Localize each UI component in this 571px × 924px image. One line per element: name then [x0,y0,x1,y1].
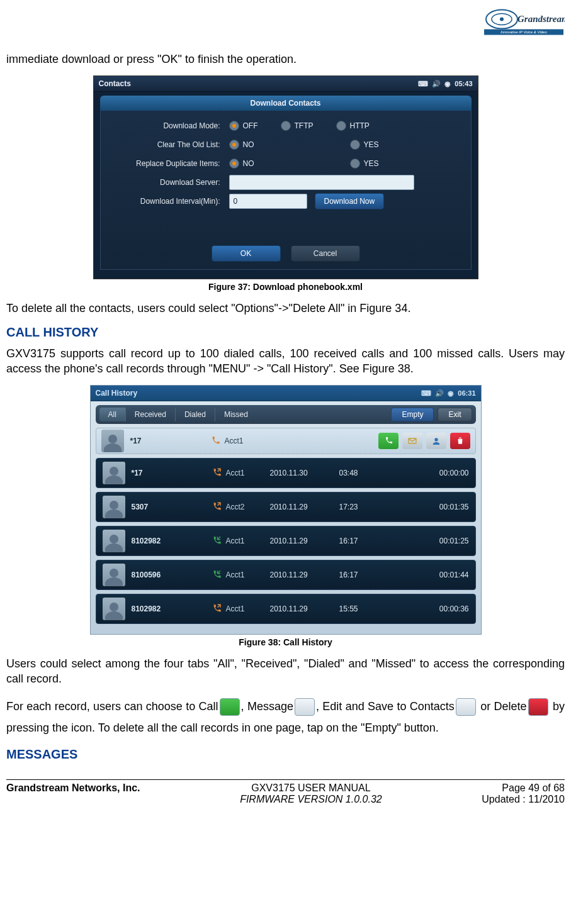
download-interval-input[interactable]: 0 [229,194,307,209]
call-number: 5307 [132,503,207,511]
svg-point-2 [500,18,504,21]
signal-icon: ◉ [444,80,451,88]
radio-replace-yes[interactable]: YES [350,159,379,169]
footer-page: Page 49 of 68 [482,782,565,794]
tabs-paragraph: Users could select among the four tabs "… [6,656,565,687]
message-icon [295,698,315,716]
call-account: Acct1 [225,437,269,445]
call-history-list: *17 Acct1 *17Acct12010.11.3003:4800:00:0… [96,428,476,624]
call-duration: 00:01:25 [419,537,469,545]
call-row[interactable]: 8100596Acct12010.11.2916:1700:01:44 [96,560,476,590]
fig37-clock: 05:43 [455,80,472,87]
call-date: 2010.11.30 [270,469,339,477]
fig38-clock: 06:31 [458,389,475,397]
save-contact-action-button[interactable] [426,433,446,449]
call-number: *17 [132,469,207,477]
radio-mode-http[interactable]: HTTP [336,121,370,131]
empty-button[interactable]: Empty [391,408,434,421]
outgoing-call-icon [207,467,226,479]
outgoing-call-icon [206,435,225,447]
avatar-icon [103,598,125,620]
tab-received[interactable]: Received [125,408,175,421]
outgoing-call-icon [207,603,226,615]
page-footer: Grandstream Networks, Inc. GXV3175 USER … [6,779,565,805]
tab-missed[interactable]: Missed [215,408,257,421]
call-account: Acct2 [226,503,270,511]
avatar-icon [103,462,125,484]
keyboard-icon: ⌨ [421,389,431,398]
call-row-expanded[interactable]: *17 Acct1 [96,428,476,454]
message-action-button[interactable] [402,433,422,449]
delete-icon [528,698,548,716]
figure38-screenshot: Call History ⌨ 🔊 ◉ 06:31 All Received Di… [90,385,482,635]
svg-point-5 [434,438,438,442]
call-time: 17:23 [339,503,371,511]
download-now-button[interactable]: Download Now [315,193,385,209]
fig38-window-title: Call History [96,389,138,398]
radio-clear-no[interactable]: NO [229,140,254,150]
figure38-caption: Figure 38: Call History [6,637,565,647]
call-account: Acct1 [226,571,270,579]
footer-updated: Updated : 11/2010 [482,794,565,805]
call-account: Acct1 [226,604,270,613]
avatar-icon [101,430,124,452]
label-replace-dup: Replace Duplicate Items: [101,159,229,168]
footer-company: Grandstream Networks, Inc. [6,782,140,794]
radio-clear-yes[interactable]: YES [350,140,379,150]
label-download-server: Download Server: [101,178,229,187]
call-date: 2010.11.29 [270,571,339,579]
intro-paragraph: immediate download or press "OK" to fini… [6,52,565,67]
call-time: 16:17 [339,571,371,579]
fig37-dialog-title: Download Contacts [100,96,472,111]
call-time: 15:55 [339,604,371,613]
figure37-screenshot: Contacts ⌨ 🔊 ◉ 05:43 Download Contacts D… [93,75,478,279]
radio-mode-off[interactable]: OFF [229,121,258,131]
heading-call-history: CALL HISTORY [6,325,565,340]
call-number: 8102982 [132,604,207,613]
call-action-button[interactable] [378,433,399,449]
call-row[interactable]: 5307Acct22010.11.2917:2300:01:35 [96,492,476,522]
call-date: 2010.11.29 [270,537,339,545]
label-download-mode: Download Mode: [101,121,229,130]
keyboard-icon: ⌨ [418,80,428,88]
speaker-icon: 🔊 [432,80,441,88]
footer-firmware: FIRMWARE VERSION 1.0.0.32 [240,794,382,805]
ok-button[interactable]: OK [212,245,281,262]
incoming-call-icon [207,569,226,581]
call-duration: 00:01:35 [419,503,469,511]
call-row[interactable]: 8102982Acct12010.11.2915:5500:00:36 [96,594,476,624]
call-row[interactable]: 8102982Acct12010.11.2916:1700:01:25 [96,526,476,556]
contact-icon [456,698,476,716]
incoming-call-icon [207,535,226,547]
delete-action-button[interactable] [450,433,470,449]
radio-mode-tftp[interactable]: TFTP [281,121,314,131]
avatar-icon [103,530,125,552]
call-time: 03:48 [339,469,371,477]
call-duration: 00:01:44 [419,571,469,579]
exit-button[interactable]: Exit [438,408,472,421]
avatar-icon [103,564,125,586]
call-date: 2010.11.29 [270,503,339,511]
brand-logo: Grandstream Innovative IP Voice & Video [6,5,565,49]
tab-dialed[interactable]: Dialed [175,408,215,421]
call-account: Acct1 [226,469,270,477]
call-row[interactable]: *17Acct12010.11.3003:4800:00:00 [96,458,476,488]
cancel-button[interactable]: Cancel [291,245,360,262]
call-duration: 00:00:00 [419,469,469,477]
download-server-input[interactable] [229,175,414,190]
speaker-icon: 🔊 [435,389,444,398]
fig37-window-title: Contacts [99,79,131,88]
avatar-icon [103,496,125,518]
tab-all[interactable]: All [99,408,125,421]
footer-manual: GXV3175 USER MANUAL [240,782,382,794]
logo-tagline-text: Innovative IP Voice & Video [500,30,547,34]
signal-icon: ◉ [448,389,454,398]
call-number: 8102982 [132,537,207,545]
outgoing-call-icon [207,501,226,513]
call-number: 8100596 [132,571,207,579]
call-time: 16:17 [339,537,371,545]
call-account: Acct1 [226,537,270,545]
call-duration: 00:00:36 [419,604,469,613]
figure37-caption: Figure 37: Download phonebook.xml [6,282,565,292]
radio-replace-no[interactable]: NO [229,159,254,169]
